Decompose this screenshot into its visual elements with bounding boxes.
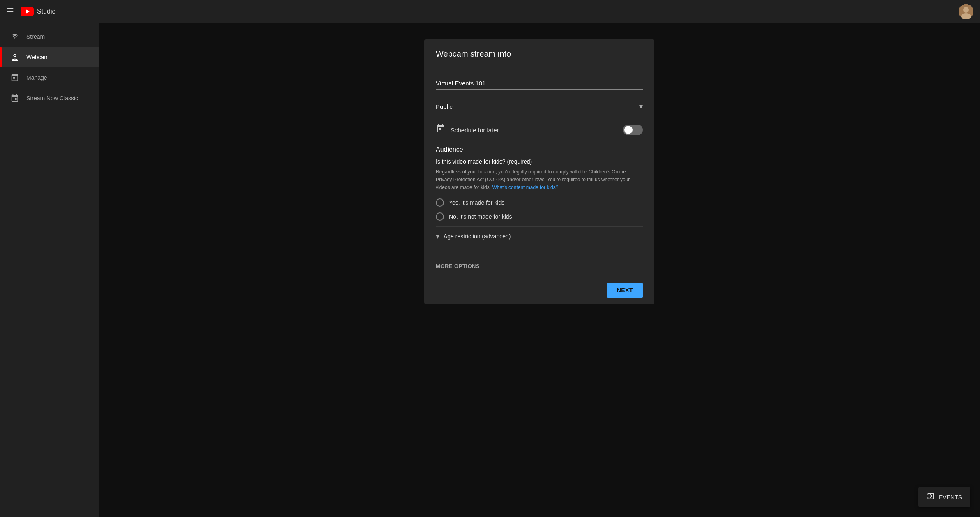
sidebar: Stream Webcam Manage Stream Now Classic	[0, 23, 99, 517]
schedule-left: Schedule for later	[436, 124, 499, 136]
logo-area: Studio	[21, 7, 55, 16]
more-options-label: MORE OPTIONS	[436, 263, 480, 269]
card-header: Webcam stream info	[424, 39, 654, 67]
chevron-down-icon: ▾	[639, 102, 643, 111]
calendar-icon	[436, 124, 446, 136]
radio-no-kids[interactable]: No, it's not made for kids	[436, 212, 643, 221]
card-title: Webcam stream info	[436, 49, 643, 59]
sidebar-item-stream-now-classic[interactable]: Stream Now Classic	[0, 88, 99, 108]
radio-yes-kids[interactable]: Yes, it's made for kids	[436, 198, 643, 207]
sidebar-item-stream[interactable]: Stream	[0, 26, 99, 47]
youtube-logo	[21, 7, 34, 16]
svg-point-3	[963, 7, 969, 13]
stream-now-classic-icon	[10, 94, 20, 103]
topbar: ☰ Studio	[0, 0, 980, 23]
schedule-label: Schedule for later	[451, 127, 499, 134]
events-label: EVENTS	[939, 494, 962, 501]
next-button[interactable]: NEXT	[607, 283, 643, 298]
card-footer: NEXT	[424, 276, 654, 304]
hamburger-icon[interactable]: ☰	[7, 7, 14, 16]
manage-icon	[10, 73, 20, 82]
topbar-left: ☰ Studio	[7, 7, 55, 16]
sidebar-item-manage[interactable]: Manage	[0, 67, 99, 88]
sidebar-stream-label: Stream	[26, 33, 45, 40]
sidebar-manage-label: Manage	[26, 74, 47, 81]
title-input-wrapper	[436, 77, 643, 90]
events-button[interactable]: EVENTS	[918, 487, 970, 507]
card-body: Public ▾ Schedule for later	[424, 67, 654, 256]
radio-yes-kids-circle	[436, 198, 444, 207]
audience-question: Is this video made for kids? (required)	[436, 158, 643, 165]
avatar[interactable]	[959, 4, 973, 19]
age-restriction-row[interactable]: ▾ Age restriction (advanced)	[436, 226, 643, 246]
audience-section-title: Audience	[436, 146, 643, 153]
age-restriction-label: Age restriction (advanced)	[444, 233, 511, 240]
visibility-dropdown[interactable]: Public ▾	[436, 98, 643, 115]
visibility-selected: Public	[436, 103, 453, 110]
stream-icon	[10, 32, 20, 41]
schedule-toggle[interactable]	[623, 125, 643, 135]
schedule-row: Schedule for later	[436, 124, 643, 136]
main-content: Webcam stream info Public ▾	[99, 23, 980, 517]
chevron-down-icon: ▾	[436, 232, 439, 241]
toggle-knob	[624, 126, 633, 134]
avatar-image	[959, 4, 973, 19]
sidebar-webcam-label: Webcam	[26, 54, 49, 60]
events-icon	[927, 492, 935, 502]
radio-no-kids-circle	[436, 212, 444, 221]
layout: Stream Webcam Manage Stream Now Classic	[0, 23, 980, 517]
radio-yes-kids-label: Yes, it's made for kids	[449, 199, 504, 206]
webcam-icon	[10, 53, 20, 62]
radio-no-kids-label: No, it's not made for kids	[449, 213, 512, 220]
kids-content-link[interactable]: What's content made for kids?	[492, 185, 558, 190]
sidebar-item-webcam[interactable]: Webcam	[0, 47, 99, 67]
audience-description: Regardless of your location, you're lega…	[436, 168, 643, 192]
stream-title-input[interactable]	[436, 77, 643, 90]
webcam-stream-card: Webcam stream info Public ▾	[424, 39, 654, 304]
sidebar-stream-now-classic-label: Stream Now Classic	[26, 95, 78, 102]
more-options-row[interactable]: MORE OPTIONS	[424, 256, 654, 276]
studio-label: Studio	[37, 8, 55, 15]
